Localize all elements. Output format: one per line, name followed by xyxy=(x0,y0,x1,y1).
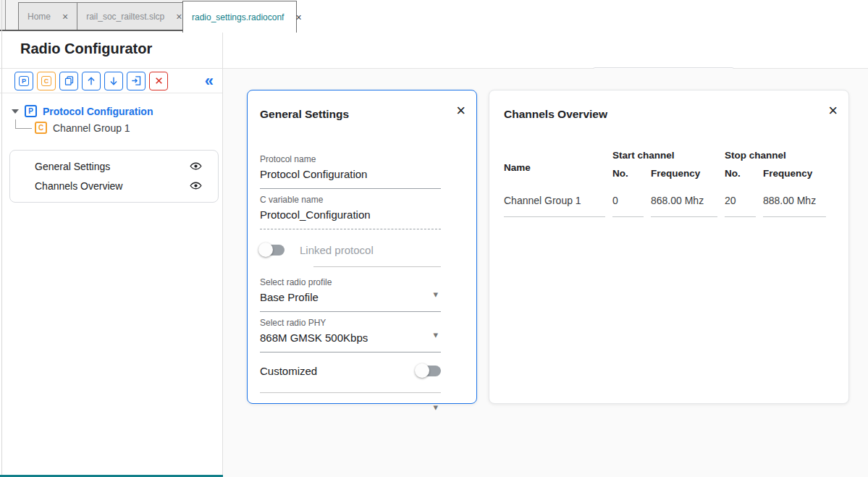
toggle-knob xyxy=(415,363,429,378)
card-title: General Settings xyxy=(260,108,349,121)
protocol-icon: P xyxy=(19,76,29,86)
tab-label: rail_soc_railtest.slcp xyxy=(86,12,164,22)
tree-connector xyxy=(15,119,32,129)
card-title: Channels Overview xyxy=(504,108,607,121)
delete-button[interactable] xyxy=(149,72,168,90)
close-icon[interactable]: × xyxy=(456,103,465,119)
tab-home[interactable]: Home × xyxy=(18,2,77,30)
customized-label: Customized xyxy=(260,365,317,377)
input-underline xyxy=(260,352,441,353)
c-variable-name-field: C variable name Protocol_Configuration xyxy=(260,195,441,229)
field-label: Protocol name xyxy=(260,154,441,165)
page-title: Radio Configurator xyxy=(20,41,152,57)
column-group-stop-channel: Stop channel xyxy=(725,150,833,168)
column-group-start-channel: Start channel xyxy=(612,150,725,168)
customized-field: Customized xyxy=(260,365,441,377)
toggle-knob xyxy=(258,242,273,257)
tab-strip: Home × rail_soc_railtest.slcp × xyxy=(0,0,182,31)
close-icon[interactable]: × xyxy=(176,12,182,22)
channel-group-icon: C xyxy=(35,122,47,134)
input-underline xyxy=(313,266,441,267)
input-underline xyxy=(260,311,441,312)
move-down-button[interactable] xyxy=(104,72,123,90)
arrow-up-icon xyxy=(86,76,96,86)
add-channel-group-button[interactable]: C xyxy=(37,72,56,90)
general-settings-card: General Settings × Protocol name Protoco… xyxy=(247,90,477,404)
tree-item-protocol-configuration[interactable]: P Protocol Configuration xyxy=(0,104,222,119)
views-list: General Settings Channels Overview xyxy=(9,150,219,203)
visibility-eye-icon[interactable] xyxy=(190,180,202,192)
column-header-start-frequency: Frequency xyxy=(651,168,725,185)
linked-protocol-toggle[interactable] xyxy=(260,245,285,256)
column-header-stop-no: No. xyxy=(725,168,763,185)
tab-label: Home xyxy=(28,12,51,22)
c-variable-name-input: Protocol_Configuration xyxy=(260,208,441,222)
channels-table: Name Start channel Stop channel No. Freq… xyxy=(504,150,833,217)
radio-phy-select[interactable]: 868M GMSK 500Kbps xyxy=(260,331,441,345)
customized-toggle[interactable] xyxy=(416,366,441,376)
radio-phy-field[interactable]: Select radio PHY 868M GMSK 500Kbps ▾ xyxy=(260,318,441,353)
radio-profile-select[interactable]: Base Profile xyxy=(260,290,441,305)
view-item-label: Channels Overview xyxy=(35,180,190,192)
tab-bar: Home × rail_soc_railtest.slcp × radio_se… xyxy=(0,0,868,31)
move-up-button[interactable] xyxy=(82,72,101,90)
visibility-eye-icon[interactable] xyxy=(190,160,202,172)
linked-protocol-label: Linked protocol xyxy=(300,244,374,256)
cell-stop-no[interactable]: 20 xyxy=(725,195,756,217)
field-label: Select radio profile xyxy=(260,277,441,288)
input-underline xyxy=(260,392,441,393)
view-item-channels-overview[interactable]: Channels Overview xyxy=(10,176,218,195)
column-header-start-no: No. xyxy=(612,168,651,185)
tab-rail-soc-railtest[interactable]: rail_soc_railtest.slcp × xyxy=(77,2,191,30)
tree-item-channel-group-1[interactable]: C Channel Group 1 xyxy=(0,120,222,135)
sidebar-toolbar: P C xyxy=(0,69,222,93)
cell-channel-name[interactable]: Channel Group 1 xyxy=(504,195,605,217)
app-header: Radio Configurator Save No results View … xyxy=(0,31,868,69)
cell-start-no[interactable]: 0 xyxy=(612,195,644,217)
radio-profile-field[interactable]: Select radio profile Base Profile ▾ xyxy=(260,277,441,312)
window-left-edge xyxy=(1,0,2,477)
linked-protocol-field: Linked protocol ▾ xyxy=(260,244,441,256)
add-protocol-button[interactable]: P xyxy=(14,72,33,90)
close-icon[interactable]: × xyxy=(295,12,301,22)
view-item-general-settings[interactable]: General Settings xyxy=(10,156,218,176)
column-header-name: Name xyxy=(504,150,612,185)
protocol-tree: P Protocol Configuration C Channel Group… xyxy=(0,93,222,135)
tab-label: radio_settings.radioconf xyxy=(192,12,284,22)
duplicate-button[interactable] xyxy=(59,72,78,90)
delete-x-icon xyxy=(154,76,164,85)
chevron-down-icon: ▾ xyxy=(433,402,438,413)
input-underline-dashed xyxy=(260,229,441,229)
tab-radio-settings[interactable]: radio_settings.radioconf × xyxy=(182,1,297,33)
chevron-down-icon[interactable] xyxy=(12,109,19,114)
main-content: General Settings × Protocol name Protoco… xyxy=(223,69,868,477)
import-icon xyxy=(131,75,142,86)
column-header-stop-frequency: Frequency xyxy=(763,168,833,185)
field-label: Select radio PHY xyxy=(260,318,441,329)
cell-start-frequency[interactable]: 868.00 Mhz xyxy=(651,195,717,217)
chevron-down-icon[interactable]: ▾ xyxy=(433,289,438,300)
view-item-label: General Settings xyxy=(35,161,190,172)
close-icon[interactable]: × xyxy=(828,103,838,119)
import-button[interactable] xyxy=(127,72,146,90)
sidebar: P C xyxy=(0,69,222,477)
protocol-name-input[interactable]: Protocol Configuration xyxy=(260,167,441,182)
channel-group-icon: C xyxy=(41,76,51,86)
protocol-name-field: Protocol name Protocol Configuration xyxy=(260,154,441,189)
tree-item-label: Protocol Configuration xyxy=(43,106,153,117)
arrow-down-icon xyxy=(109,76,119,86)
window-edge-accent xyxy=(5,0,6,30)
sidebar-divider xyxy=(222,31,223,477)
tree-item-label: Channel Group 1 xyxy=(53,122,130,134)
chevron-down-icon[interactable]: ▾ xyxy=(433,329,438,340)
channels-overview-card: Channels Overview × Name Start channel S… xyxy=(489,90,849,404)
copy-icon xyxy=(64,75,75,86)
cell-stop-frequency[interactable]: 888.00 Mhz xyxy=(763,195,826,217)
collapse-sidebar-icon[interactable]: « xyxy=(205,73,214,89)
field-label: C variable name xyxy=(260,195,441,206)
input-underline xyxy=(260,188,441,189)
close-icon[interactable]: × xyxy=(62,12,68,22)
protocol-icon: P xyxy=(25,105,37,117)
